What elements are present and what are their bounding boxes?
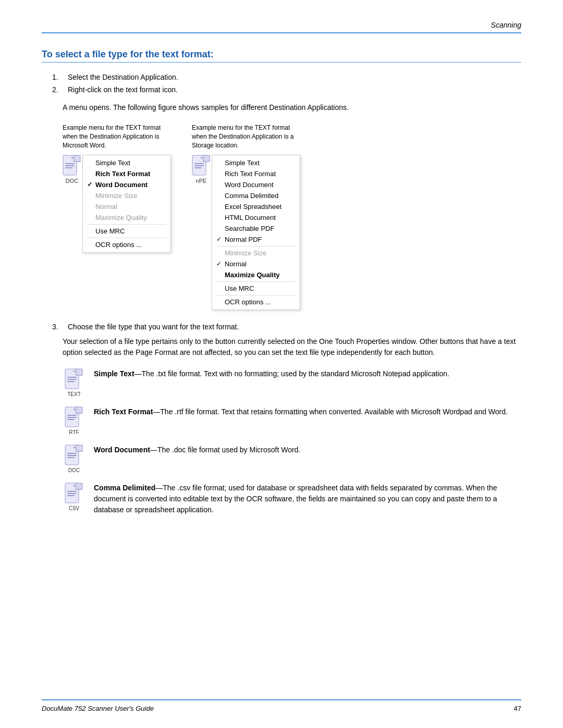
format-icon-label: DOC [68,467,80,473]
right-file-icon-label: nPE [196,178,207,184]
step-2-text: Right-click on the text format icon. [68,85,178,94]
example-right-caption: Example menu for the TEXT format when th… [192,124,296,150]
format-item: ✦ TEXTSimple Text—The .txt file format. … [63,368,521,397]
step3-intro: 3. Choose the file type that you want fo… [42,323,521,331]
svg-rect-24 [67,415,77,416]
menu-item[interactable]: Simple Text [83,157,170,168]
menu-separator [87,224,166,225]
format-item: ✦ RTFRich Text Format—The .rtf file form… [63,406,521,435]
example-left: Example menu for the TEXT format when th… [63,124,171,253]
format-text: Simple Text—The .txt file format. Text w… [94,368,521,379]
format-rest: —The .txt file format. Text with no form… [134,369,449,378]
right-file-icon: ✦ [192,155,211,177]
menu-item[interactable]: Maximize Quality [83,212,170,223]
menu-item[interactable]: OCR options ... [212,297,300,307]
left-file-icon-wrap: ✦ DOC [63,155,81,184]
format-text: Comma Delimited—The .csv file format; us… [94,483,521,515]
left-file-icon: ✦ [63,155,81,177]
menu-item[interactable]: Searchable PDF [212,223,300,234]
left-dropdown-menu: Simple TextRich Text FormatWord Document… [82,155,171,253]
menu-item[interactable]: Excel Spreadsheet [212,201,300,212]
format-file-icon: ✦ [65,483,83,504]
menu-item[interactable]: Simple Text [212,157,300,168]
menu-item[interactable]: Use MRC [212,283,300,294]
menu-item[interactable]: HTML Document [212,212,300,223]
menu-item[interactable]: Comma Delimited [212,190,300,201]
page-header: Scanning [42,21,521,33]
menu-item[interactable]: Minimize Size [212,248,300,258]
step-2: 2. Right-click on the text format icon. [42,85,521,94]
format-file-icon: ✦ [65,368,83,390]
example-left-caption: Example menu for the TEXT format when th… [63,124,167,150]
svg-rect-40 [67,495,75,496]
right-file-icon-wrap: ✦ nPE [192,155,211,184]
svg-rect-32 [67,455,77,456]
menu-separator [216,281,296,282]
format-icon-label: CSV [69,505,80,511]
menu-item[interactable]: Word Document [83,179,170,190]
step-2-num: 2. [52,85,63,94]
format-text: Word Document—The .doc file format used … [94,445,521,455]
step3-num: 3. [52,323,63,331]
format-desc-list: ✦ TEXTSimple Text—The .txt file format. … [63,368,521,515]
step3-block: 3. Choose the file type that you want fo… [42,323,521,358]
format-bold-part: Simple Text [94,369,134,378]
svg-rect-12 [194,167,202,168]
menu-item[interactable]: Rich Text Format [212,168,300,179]
example-right: Example menu for the TEXT format when th… [192,124,300,310]
svg-rect-37 [76,483,82,489]
format-file-icon: ✦ [65,406,83,428]
format-icon-wrap: ✦ TEXT [63,368,85,397]
steps-list: 1. Select the Destination Application. 2… [42,73,521,94]
menu-item[interactable]: Normal [212,258,300,269]
header-title: Scanning [491,21,521,29]
format-bold-part: Word Document [94,446,150,454]
format-rest: —The .rtf file format. Text that retains… [153,408,508,416]
svg-text:✦: ✦ [71,156,74,159]
menu-item[interactable]: Word Document [212,179,300,190]
svg-text:✦: ✦ [73,370,76,373]
step-1-text: Select the Destination Application. [68,73,178,81]
svg-rect-26 [67,419,75,420]
svg-rect-38 [67,491,77,492]
svg-rect-3 [65,163,75,164]
svg-rect-39 [67,493,77,494]
svg-rect-30 [76,445,82,451]
svg-rect-31 [67,453,77,454]
format-icon-wrap: ✦ RTF [63,406,85,435]
menu-item[interactable]: Normal [83,201,170,212]
icon-and-menu-left: ✦ DOC Simple TextRich Text FormatWord Do… [63,155,171,253]
step3-body: Your selection of a file type pertains o… [63,336,521,358]
menu-item[interactable]: Maximize Quality [212,269,300,280]
format-item: ✦ DOCWord Document—The .doc file format … [63,445,521,473]
step3-text: Choose the file type that you want for t… [68,323,239,331]
menu-intro-para: A menu opens. The following figure shows… [63,102,521,113]
menu-item[interactable]: Rich Text Format [83,168,170,179]
menu-item[interactable]: Minimize Size [83,190,170,201]
right-dropdown-menu: Simple TextRich Text FormatWord Document… [212,155,300,310]
menu-separator [87,238,166,238]
footer-title: DocuMate 752 Scanner User's Guide [42,705,154,712]
step-1-num: 1. [52,73,63,81]
svg-rect-23 [76,407,82,413]
svg-text:✦: ✦ [73,484,76,487]
left-file-icon-label: DOC [66,178,78,184]
format-item: ✦ CSVComma Delimited—The .csv file forma… [63,483,521,515]
menu-item[interactable]: OCR options ... [83,239,170,250]
page-footer: DocuMate 752 Scanner User's Guide 47 [42,699,521,712]
svg-rect-33 [67,457,75,458]
icon-and-menu-right: ✦ nPE Simple TextRich Text FormatWord Do… [192,155,300,310]
menu-item[interactable]: Use MRC [83,226,170,237]
menu-item[interactable]: Normal PDF [212,234,300,245]
svg-rect-16 [76,369,82,375]
format-icon-wrap: ✦ DOC [63,445,85,473]
menu-separator [216,246,296,246]
svg-rect-25 [67,417,77,418]
format-icon-wrap: ✦ CSV [63,483,85,511]
svg-rect-9 [203,155,210,162]
format-text: Rich Text Format—The .rtf file format. T… [94,406,521,417]
svg-rect-10 [194,163,204,164]
format-bold-part: Comma Delimited [94,484,155,492]
svg-text:✦: ✦ [73,408,76,411]
svg-rect-11 [194,165,204,166]
